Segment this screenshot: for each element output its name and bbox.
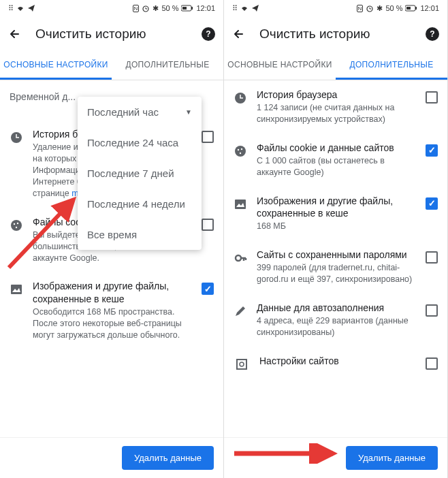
bluetooth-icon: ✱ xyxy=(153,4,159,13)
checkbox[interactable] xyxy=(202,283,214,295)
image-icon xyxy=(10,280,23,340)
list-item-cache[interactable]: Изображения и другие файлы, сохраненные … xyxy=(0,272,223,349)
time-range-row: Временной д... Последний час ▼ Последние… xyxy=(0,80,223,113)
annotation-arrow xyxy=(231,443,340,464)
chevron-down-icon: ▼ xyxy=(185,108,192,116)
checkbox[interactable] xyxy=(426,197,438,210)
item-desc: С 1 000 сайтов (вы останетесь в аккаунте… xyxy=(257,155,416,178)
tabs: ОСНОВНЫЕ НАСТРОЙКИ ДОПОЛНИТЕЛЬНЫЕ xyxy=(0,52,223,80)
tab-advanced[interactable]: ДОПОЛНИТЕЛЬНЫЕ xyxy=(112,52,223,80)
phone-right: ⠿ N ✱ 50 % 12:01 Очистить историю ? ОСНО… xyxy=(224,0,448,478)
status-bar: ⠿ N ✱ 50 % 12:01 xyxy=(224,0,447,16)
dropdown-option[interactable]: Все время xyxy=(78,219,202,250)
telegram-icon xyxy=(251,4,259,12)
alarm-icon xyxy=(366,4,374,12)
checkbox[interactable] xyxy=(426,357,438,370)
history-icon xyxy=(234,89,247,125)
svg-point-23 xyxy=(240,362,244,366)
svg-point-18 xyxy=(241,148,242,150)
checkbox[interactable] xyxy=(426,251,438,264)
page-title: Очистить историю xyxy=(259,27,412,42)
svg-rect-13 xyxy=(415,7,417,10)
delete-button[interactable]: Удалить данные xyxy=(346,446,438,470)
item-title: История браузера xyxy=(257,89,416,101)
signal-icon: ⠿ xyxy=(8,4,14,13)
svg-rect-14 xyxy=(406,7,411,10)
svg-point-9 xyxy=(16,226,17,227)
item-desc: Освободится 168 МБ пространства. После э… xyxy=(33,306,192,341)
item-title: Сайты с сохраненными паролями xyxy=(257,249,416,261)
svg-point-6 xyxy=(11,220,22,231)
dropdown-option[interactable]: Последние 4 недели xyxy=(78,189,202,219)
svg-rect-3 xyxy=(182,7,187,10)
history-icon xyxy=(10,128,23,200)
header: Очистить историю ? xyxy=(0,16,223,52)
svg-point-19 xyxy=(240,153,241,154)
key-icon xyxy=(234,249,247,285)
alarm-icon xyxy=(142,4,150,12)
phone-left: ⠿ N ✱ 50 % 12:01 Очистить историю ? ОСНО… xyxy=(0,0,224,478)
dropdown-selected[interactable]: Последний час ▼ xyxy=(78,97,202,127)
dropdown-option[interactable]: Последние 7 дней xyxy=(78,158,202,189)
svg-point-17 xyxy=(238,149,239,150)
svg-rect-22 xyxy=(237,360,246,369)
settings-icon xyxy=(234,355,250,371)
battery-icon xyxy=(405,5,417,12)
svg-point-7 xyxy=(14,223,15,224)
item-title: Настройки сайтов xyxy=(259,355,416,367)
delete-button[interactable]: Удалить данные xyxy=(122,446,214,470)
bluetooth-icon: ✱ xyxy=(377,4,383,13)
dropdown-selected-text: Последний час xyxy=(87,106,159,118)
item-desc: 399 паролей (для tradernet.ru, chitai-go… xyxy=(257,262,416,285)
item-desc: 4 адреса, ещё 229 вариантов (данные синх… xyxy=(257,315,416,338)
back-button[interactable] xyxy=(8,27,22,41)
checkbox[interactable] xyxy=(426,304,438,317)
status-bar: ⠿ N ✱ 50 % 12:01 xyxy=(0,0,223,16)
item-title: Данные для автозаполнения xyxy=(257,302,416,314)
svg-point-8 xyxy=(17,222,18,223)
item-desc: 168 МБ xyxy=(257,221,416,232)
battery-icon xyxy=(181,5,193,12)
list-item-autofill[interactable]: Данные для автозаполнения 4 адреса, ещё … xyxy=(224,293,447,347)
time-range-dropdown[interactable]: Последний час ▼ Последние 24 часа Послед… xyxy=(78,97,202,250)
cookie-icon xyxy=(234,142,247,178)
nfc-icon: N xyxy=(357,5,364,12)
signal-icon: ⠿ xyxy=(232,4,238,13)
time-range-label: Временной д... xyxy=(10,91,78,102)
checkbox[interactable] xyxy=(426,144,438,157)
item-desc: 1 124 записи (не считая данных на синхро… xyxy=(257,102,416,125)
nfc-icon: N xyxy=(133,5,140,12)
battery-pct: 50 % xyxy=(161,4,178,12)
footer: Удалить данные xyxy=(224,437,447,478)
checkbox[interactable] xyxy=(202,219,214,231)
help-button[interactable]: ? xyxy=(426,27,439,41)
svg-point-16 xyxy=(235,146,246,157)
list-item-cookies[interactable]: Файлы cookie и данные сайтов С 1 000 сай… xyxy=(224,133,447,187)
back-button[interactable] xyxy=(232,27,246,41)
dropdown-option[interactable]: Последние 24 часа xyxy=(78,127,202,158)
tab-basic[interactable]: ОСНОВНЫЕ НАСТРОЙКИ xyxy=(0,52,112,80)
checkbox[interactable] xyxy=(202,131,214,143)
image-icon xyxy=(234,195,247,232)
clock-time: 12:01 xyxy=(420,4,439,12)
svg-rect-10 xyxy=(11,285,22,294)
footer: Удалить данные xyxy=(0,437,223,478)
list-item-history[interactable]: История браузера 1 124 записи (не считая… xyxy=(224,80,447,133)
svg-point-21 xyxy=(236,255,241,261)
list-item-cache[interactable]: Изображения и другие файлы, сохраненные … xyxy=(224,187,447,240)
svg-rect-20 xyxy=(235,200,246,209)
item-title: Изображения и другие файлы, сохраненные … xyxy=(257,195,416,219)
help-button[interactable]: ? xyxy=(202,27,215,41)
content-advanced: История браузера 1 124 записи (не считая… xyxy=(224,80,447,437)
checkbox[interactable] xyxy=(426,91,438,103)
content-basic: Временной д... Последний час ▼ Последние… xyxy=(0,80,223,437)
svg-rect-2 xyxy=(191,7,193,10)
wifi-icon xyxy=(16,4,25,12)
wifi-icon xyxy=(240,4,249,12)
tab-basic[interactable]: ОСНОВНЫЕ НАСТРОЙКИ xyxy=(224,52,336,80)
battery-pct: 50 % xyxy=(385,4,402,12)
tab-advanced[interactable]: ДОПОЛНИТЕЛЬНЫЕ xyxy=(336,52,447,80)
list-item-passwords[interactable]: Сайты с сохраненными паролями 399 пароле… xyxy=(224,240,447,293)
pencil-icon xyxy=(234,302,247,338)
list-item-site-settings[interactable]: Настройки сайтов xyxy=(224,347,447,379)
